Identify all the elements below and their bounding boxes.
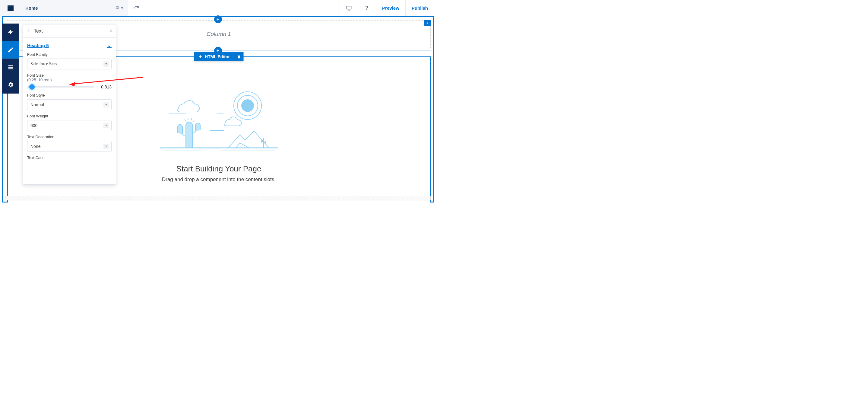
font-family-value: Salesforce Sans <box>30 62 57 66</box>
left-rail <box>2 24 19 93</box>
svg-rect-0 <box>7 5 13 7</box>
svg-rect-5 <box>8 67 13 67</box>
font-style-select[interactable]: Normal ▼ <box>27 99 112 110</box>
desktop-view-button[interactable] <box>340 0 358 16</box>
font-style-label: Font Style <box>27 93 112 97</box>
rail-settings-button[interactable] <box>2 76 19 93</box>
top-toolbar: Home ▼ ? Preview Publish <box>0 0 434 16</box>
back-button[interactable] <box>26 28 31 34</box>
chevron-down-icon: ⌄ <box>107 42 112 49</box>
font-size-range: (0.25–10 rem) <box>27 78 112 82</box>
publish-button[interactable]: Publish <box>405 0 434 16</box>
rail-theme-button[interactable] <box>2 41 19 59</box>
component-name-label: HTML Editor <box>205 54 230 59</box>
dropdown-icon: ▼ <box>103 102 109 108</box>
add-below-button[interactable]: + <box>214 47 222 55</box>
dropdown-icon: ▼ <box>103 123 109 128</box>
text-decoration-select[interactable]: None ▼ <box>27 141 112 152</box>
font-style-value: Normal <box>30 102 44 107</box>
svg-rect-6 <box>8 68 13 69</box>
app-logo <box>0 0 21 16</box>
section-heading-5[interactable]: Heading 5 ⌄ <box>27 42 112 49</box>
empty-state-illustration <box>157 88 281 157</box>
font-family-label: Font Family <box>27 52 112 57</box>
close-panel-button[interactable]: × <box>110 28 113 34</box>
gear-icon[interactable] <box>115 5 119 11</box>
theme-text-panel: Text × Heading 5 ⌄ Font Family Salesforc… <box>23 24 116 185</box>
footer-slot[interactable] <box>5 196 431 200</box>
font-weight-label: Font Weight <box>27 114 112 118</box>
svg-rect-1 <box>7 7 10 11</box>
column-slot-label: Column 1 <box>207 31 231 37</box>
svg-point-9 <box>242 99 254 112</box>
bolt-icon <box>198 55 203 59</box>
font-family-select[interactable]: Salesforce Sans ▼ <box>27 59 112 69</box>
panel-header: Text × <box>23 24 116 38</box>
text-decoration-value: None <box>30 144 40 149</box>
rail-page-structure-button[interactable] <box>2 59 19 76</box>
text-case-label: Text Case <box>27 155 112 160</box>
refresh-button[interactable] <box>128 0 145 16</box>
font-size-label: Font Size <box>27 73 112 78</box>
dropdown-icon: ▼ <box>103 144 109 149</box>
svg-rect-4 <box>8 65 13 66</box>
text-decoration-label: Text Decoration <box>27 135 112 139</box>
close-slot-button[interactable]: x <box>424 20 431 26</box>
rail-components-button[interactable] <box>2 24 19 41</box>
dropdown-icon: ▼ <box>103 61 109 67</box>
add-above-button[interactable]: + <box>214 16 222 23</box>
panel-title: Text <box>34 28 42 34</box>
help-button[interactable]: ? <box>358 0 376 16</box>
svg-rect-2 <box>10 7 13 11</box>
svg-rect-3 <box>346 6 351 9</box>
slider-thumb[interactable] <box>29 84 35 90</box>
section-heading-label: Heading 5 <box>27 43 49 48</box>
page-title: Home <box>25 5 38 10</box>
delete-component-button[interactable] <box>234 52 244 61</box>
preview-button[interactable]: Preview <box>376 0 405 16</box>
component-label-button[interactable]: HTML Editor <box>194 52 234 61</box>
trash-icon <box>237 55 241 59</box>
font-size-slider[interactable] <box>27 86 94 88</box>
caret-down-icon[interactable]: ▼ <box>121 6 124 10</box>
font-weight-select[interactable]: 600 ▼ <box>27 120 112 131</box>
font-weight-value: 600 <box>30 123 37 128</box>
page-selector[interactable]: Home ▼ <box>21 0 128 16</box>
font-size-value: 0,813 <box>97 85 112 89</box>
